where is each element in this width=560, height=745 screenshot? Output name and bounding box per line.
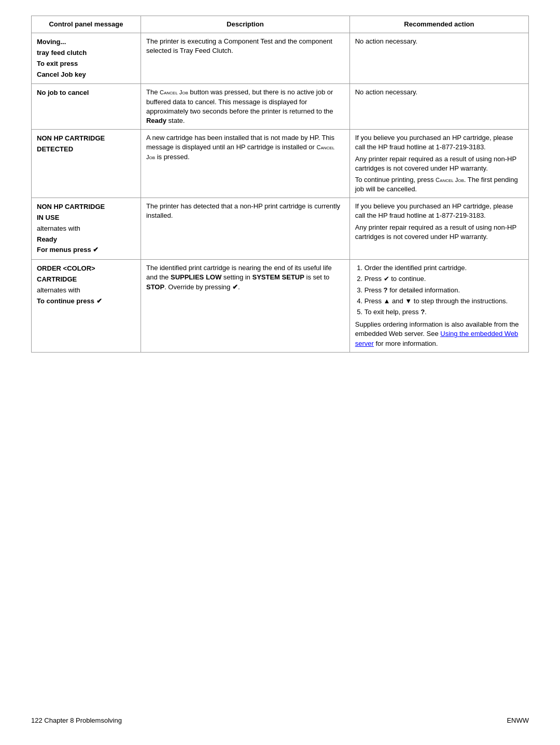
footer-right: ENWW	[507, 716, 529, 724]
desc-moving: The printer is executing a Component Tes…	[141, 33, 349, 84]
action-non-hp-in-use: If you believe you purchased an HP cartr…	[349, 198, 528, 260]
desc-no-job: The Cancel Job button was pressed, but t…	[141, 84, 349, 130]
table-row: NON HP CARTRIDGE IN USE alternates with …	[32, 198, 529, 260]
footer-left: 122 Chapter 8 Problemsolving	[31, 716, 122, 724]
panel-msg-non-hp-detected: NON HP CARTRIDGE DETECTED	[32, 130, 141, 198]
list-item: To exit help, press ?.	[365, 307, 523, 317]
action-order-color: Order the identified print cartridge. Pr…	[349, 260, 528, 353]
table-row: Moving... tray feed clutch To exit press…	[32, 33, 529, 84]
list-item: Order the identified print cartridge.	[365, 263, 523, 273]
panel-msg-no-job: No job to cancel	[32, 84, 141, 130]
header-recommended-action: Recommended action	[349, 16, 528, 33]
panel-msg-order-color: ORDER <COLOR> CARTRIDGE alternates with …	[32, 260, 141, 353]
table-row: No job to cancel The Cancel Job button w…	[32, 84, 529, 130]
desc-non-hp-detected: A new cartridge has been installed that …	[141, 130, 349, 198]
header-description: Description	[141, 16, 349, 33]
desc-order-color: The identified print cartridge is nearin…	[141, 260, 349, 353]
control-panel-table: Control panel message Description Recomm…	[31, 16, 529, 353]
list-item: Press ✔ to continue.	[365, 274, 523, 284]
table-row: ORDER <COLOR> CARTRIDGE alternates with …	[32, 260, 529, 353]
table-row: NON HP CARTRIDGE DETECTED A new cartridg…	[32, 130, 529, 198]
action-moving: No action necessary.	[349, 33, 528, 84]
header-control-panel: Control panel message	[32, 16, 141, 33]
page-footer: 122 Chapter 8 Problemsolving ENWW	[31, 716, 529, 724]
panel-msg-non-hp-in-use: NON HP CARTRIDGE IN USE alternates with …	[32, 198, 141, 260]
panel-msg-moving: Moving... tray feed clutch To exit press…	[32, 33, 141, 84]
action-non-hp-detected: If you believe you purchased an HP cartr…	[349, 130, 528, 198]
page-content: Control panel message Description Recomm…	[0, 0, 560, 394]
action-no-job: No action necessary.	[349, 84, 528, 130]
desc-non-hp-in-use: The printer has detected that a non-HP p…	[141, 198, 349, 260]
list-item: Press ? for detailed information.	[365, 286, 523, 295]
list-item: Press ▲ and ▼ to step through the instru…	[365, 297, 523, 306]
embedded-web-server-link[interactable]: Using the embedded Web server	[355, 330, 519, 347]
